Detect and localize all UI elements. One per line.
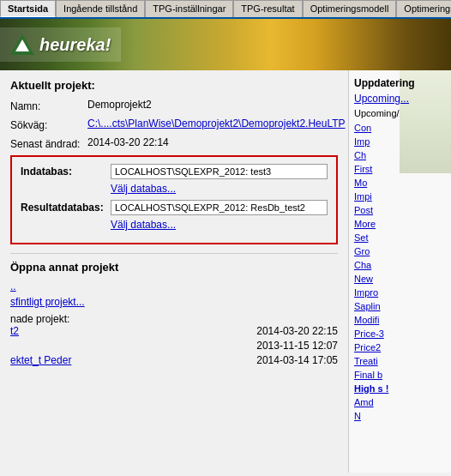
indata-label: Indatabas: xyxy=(21,164,111,178)
right-panel: Uppdatering Upcoming... Upcoming/ ConImp… xyxy=(348,70,451,473)
logo-icon xyxy=(10,34,34,55)
right-link-item-14: Modifi xyxy=(354,314,446,326)
recent-link-2[interactable]: ektet_t Peder xyxy=(10,354,248,366)
right-link-item-6: Post xyxy=(354,204,446,216)
right-link-1[interactable]: Imp xyxy=(354,136,370,147)
right-link-item-20: Amd xyxy=(354,396,446,408)
updates-title: Uppdatering xyxy=(354,77,446,89)
right-link-item-16: Price2 xyxy=(354,341,446,353)
right-link-item-3: First xyxy=(354,163,446,175)
last-changed-row: Senast ändrad: 2014-03-20 22:14 xyxy=(10,136,338,150)
right-link-5[interactable]: Impi xyxy=(354,191,372,202)
divider xyxy=(10,253,338,254)
last-changed-label: Senast ändrad: xyxy=(10,136,87,150)
right-link-17[interactable]: Treati xyxy=(354,356,378,366)
right-link-0[interactable]: Con xyxy=(354,123,371,133)
right-link-4[interactable]: Mo xyxy=(354,178,367,188)
right-link-item-13: Saplin xyxy=(354,300,446,312)
right-link-18[interactable]: Final b xyxy=(354,370,382,380)
upcoming-link[interactable]: Upcoming... xyxy=(354,93,446,105)
path-link[interactable]: C:\....cts\PlanWise\Demoprojekt2\Demopro… xyxy=(87,117,346,130)
right-link-item-1: Imp xyxy=(354,136,446,148)
last-changed-value: 2014-03-20 22:14 xyxy=(87,136,169,148)
indata-row: Indatabas: xyxy=(21,164,328,179)
right-link-item-15: Price-3 xyxy=(354,328,446,340)
right-link-item-2: Ch xyxy=(354,149,446,161)
recent-label: nade projekt: xyxy=(10,313,338,325)
right-link-19[interactable]: High s ! xyxy=(354,383,388,394)
result-label: Resultatdatabas: xyxy=(21,200,111,214)
right-link-2[interactable]: Ch xyxy=(354,150,366,160)
right-link-7[interactable]: More xyxy=(354,219,376,229)
right-link-item-21: N xyxy=(354,410,446,422)
right-link-item-5: Impi xyxy=(354,190,446,202)
result-field[interactable] xyxy=(111,200,328,215)
result-row: Resultatdatabas: xyxy=(21,200,328,215)
tab-ingaende[interactable]: Ingående tillstånd xyxy=(56,0,145,17)
current-project-title: Aktuellt projekt: xyxy=(10,79,338,92)
main-content: Aktuellt projekt: Namn: Demoprojekt2 Sök… xyxy=(0,70,451,473)
tab-tpg-resultat[interactable]: TPG-resultat xyxy=(233,0,302,17)
name-value: Demoprojekt2 xyxy=(87,99,152,111)
tab-bar: Startsida Ingående tillstånd TPG-inställ… xyxy=(0,0,451,19)
right-link-item-0: Con xyxy=(354,122,446,134)
right-link-11[interactable]: New xyxy=(354,274,373,284)
left-panel: Aktuellt projekt: Namn: Demoprojekt2 Sök… xyxy=(0,70,348,473)
tab-optimeringsmodell[interactable]: Optimeringsmodell xyxy=(303,0,397,17)
right-link-14[interactable]: Modifi xyxy=(354,315,379,325)
right-link-20[interactable]: Amd xyxy=(354,397,374,407)
right-link-15[interactable]: Price-3 xyxy=(354,328,384,339)
right-link-12[interactable]: Impro xyxy=(354,287,378,298)
right-link-item-19: High s ! xyxy=(354,383,446,395)
indata-select-link[interactable]: Välj databas... xyxy=(111,183,328,195)
right-link-13[interactable]: Saplin xyxy=(354,301,381,311)
right-link-21[interactable]: N xyxy=(354,411,361,421)
tab-startsida[interactable]: Startsida xyxy=(0,0,56,17)
recent-item-1: 2013-11-15 12:07 xyxy=(10,340,338,352)
right-link-item-10: Cha xyxy=(354,259,446,271)
path-row: Sökväg: C:\....cts\PlanWise\Demoprojekt2… xyxy=(10,117,338,131)
right-link-item-8: Set xyxy=(354,232,446,244)
tab-optimeringsresultat[interactable]: Optimeringsresultat xyxy=(396,0,451,17)
right-link-item-9: Gro xyxy=(354,245,446,257)
recent-date-0: 2014-03-20 22:15 xyxy=(256,325,338,337)
upcoming-label: Upcoming/ xyxy=(354,108,446,118)
logo-text: heureka! xyxy=(39,35,111,55)
database-box: Indatabas: Välj databas... Resultatdatab… xyxy=(10,155,338,244)
right-link-item-4: Mo xyxy=(354,177,446,189)
open-project-title: Öppna annat projekt xyxy=(10,261,338,274)
recent-item-2: ektet_t Peder 2014-03-14 17:05 xyxy=(10,354,338,366)
recent-link-0[interactable]: t2 xyxy=(10,325,248,337)
indata-field[interactable] xyxy=(111,164,328,179)
intlgt-link[interactable]: sfintligt projekt... xyxy=(10,296,338,308)
right-link-item-7: More xyxy=(354,218,446,230)
ellipsis-link[interactable]: .. xyxy=(10,280,338,292)
result-select-link[interactable]: Välj databas... xyxy=(111,219,328,231)
right-link-6[interactable]: Post xyxy=(354,205,373,215)
right-links-list: ConImpChFirstMoImpiPostMoreSetGroChaNewI… xyxy=(354,122,446,422)
name-label: Namn: xyxy=(10,99,87,112)
right-link-3[interactable]: First xyxy=(354,164,372,174)
header-banner: heureka! xyxy=(0,19,451,70)
right-link-10[interactable]: Cha xyxy=(354,260,371,270)
recent-date-1: 2013-11-15 12:07 xyxy=(256,340,338,352)
right-link-item-17: Treati xyxy=(354,355,446,367)
path-label: Sökväg: xyxy=(10,117,87,131)
recent-date-2: 2014-03-14 17:05 xyxy=(256,354,338,366)
right-link-8[interactable]: Set xyxy=(354,232,369,243)
logo: heureka! xyxy=(0,27,121,62)
tab-tpg-installningar[interactable]: TPG-inställningar xyxy=(145,0,233,17)
recent-item-0: t2 2014-03-20 22:15 xyxy=(10,325,338,337)
name-row: Namn: Demoprojekt2 xyxy=(10,99,338,112)
right-link-16[interactable]: Price2 xyxy=(354,342,381,352)
right-link-9[interactable]: Gro xyxy=(354,246,370,256)
right-link-item-11: New xyxy=(354,273,446,285)
right-link-item-18: Final b xyxy=(354,369,446,381)
right-link-item-12: Impro xyxy=(354,286,446,298)
